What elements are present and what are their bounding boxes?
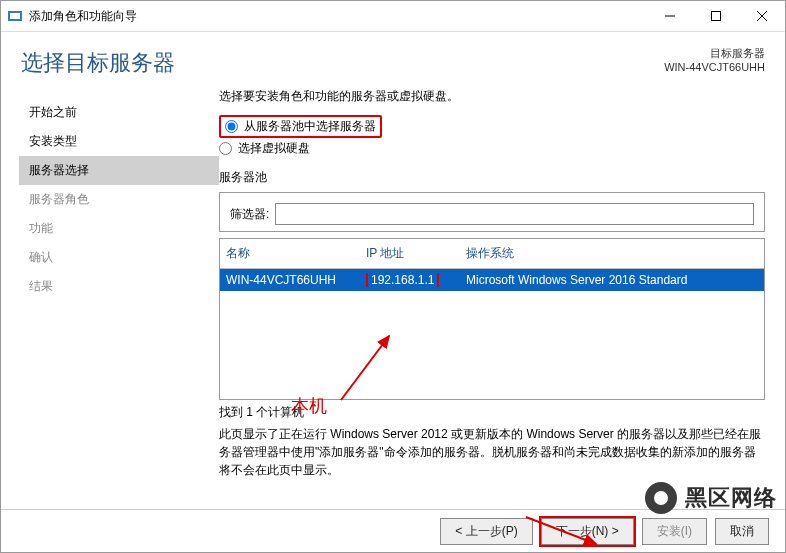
titlebar: 添加角色和功能向导: [1, 1, 785, 32]
page-title: 选择目标服务器: [21, 48, 175, 78]
annotation-box-ip: 192.168.1.1: [366, 273, 439, 287]
target-server-info: 目标服务器 WIN-44VCJT66UHH: [664, 46, 765, 73]
close-button[interactable]: [739, 1, 785, 31]
svg-point-9: [654, 491, 668, 505]
filter-box: 筛选器:: [219, 192, 765, 232]
cancel-button[interactable]: 取消: [715, 518, 769, 545]
cell-os: Microsoft Windows Server 2016 Standard: [466, 273, 758, 287]
svg-rect-1: [10, 13, 20, 19]
cell-name: WIN-44VCJT66UHH: [226, 273, 366, 287]
radio-server-pool-label: 从服务器池中选择服务器: [244, 118, 376, 135]
nav-results: 结果: [19, 272, 219, 301]
filter-label: 筛选器:: [230, 206, 269, 223]
target-label: 目标服务器: [664, 46, 765, 61]
content-area: 选择要安装角色和功能的服务器或虚拟硬盘。 从服务器池中选择服务器 选择虚拟硬盘 …: [219, 88, 785, 509]
col-ip[interactable]: IP 地址: [366, 245, 466, 262]
hint-text: 此页显示了正在运行 Windows Server 2012 或更新版本的 Win…: [219, 425, 765, 479]
nav-server-selection[interactable]: 服务器选择: [19, 156, 219, 185]
server-pool-label: 服务器池: [219, 169, 765, 186]
minimize-button[interactable]: [647, 1, 693, 31]
target-value: WIN-44VCJT66UHH: [664, 61, 765, 73]
next-button[interactable]: 下一步(N) >: [541, 518, 634, 545]
selection-mode-radios: 从服务器池中选择服务器 选择虚拟硬盘: [219, 115, 765, 157]
prev-button[interactable]: < 上一步(P): [440, 518, 532, 545]
wizard-window: 添加角色和功能向导 选择目标服务器 目标服务器 WIN-44VCJT66UHH …: [0, 0, 786, 553]
maximize-button[interactable]: [693, 1, 739, 31]
intro-text: 选择要安装角色和功能的服务器或虚拟硬盘。: [219, 88, 765, 105]
annotation-box-radio1: 从服务器池中选择服务器: [219, 115, 382, 138]
wizard-nav: 开始之前 安装类型 服务器选择 服务器角色 功能 确认 结果: [1, 88, 219, 509]
app-icon: [7, 8, 23, 24]
nav-features: 功能: [19, 214, 219, 243]
svg-rect-3: [712, 12, 721, 21]
page-header: 选择目标服务器 目标服务器 WIN-44VCJT66UHH: [1, 32, 785, 78]
install-button: 安装(I): [642, 518, 707, 545]
radio-server-pool[interactable]: [225, 120, 238, 133]
col-name[interactable]: 名称: [226, 245, 366, 262]
table-header: 名称 IP 地址 操作系统: [220, 239, 764, 269]
nav-confirmation: 确认: [19, 243, 219, 272]
col-os[interactable]: 操作系统: [466, 245, 758, 262]
nav-installation-type[interactable]: 安装类型: [19, 127, 219, 156]
server-table: 名称 IP 地址 操作系统 WIN-44VCJT66UHH 192.168.1.…: [219, 238, 765, 400]
filter-input[interactable]: [275, 203, 754, 225]
found-count: 找到 1 个计算机: [219, 404, 765, 421]
nav-server-roles: 服务器角色: [19, 185, 219, 214]
table-body: WIN-44VCJT66UHH 192.168.1.1 Microsoft Wi…: [220, 269, 764, 399]
watermark: 黑区网络: [641, 478, 777, 518]
table-row[interactable]: WIN-44VCJT66UHH 192.168.1.1 Microsoft Wi…: [220, 269, 764, 291]
window-title: 添加角色和功能向导: [29, 8, 647, 25]
nav-before-you-begin[interactable]: 开始之前: [19, 98, 219, 127]
cell-ip: 192.168.1.1: [366, 273, 466, 287]
radio-vhd[interactable]: [219, 142, 232, 155]
radio-vhd-label: 选择虚拟硬盘: [238, 140, 310, 157]
watermark-text: 黑区网络: [685, 483, 777, 513]
